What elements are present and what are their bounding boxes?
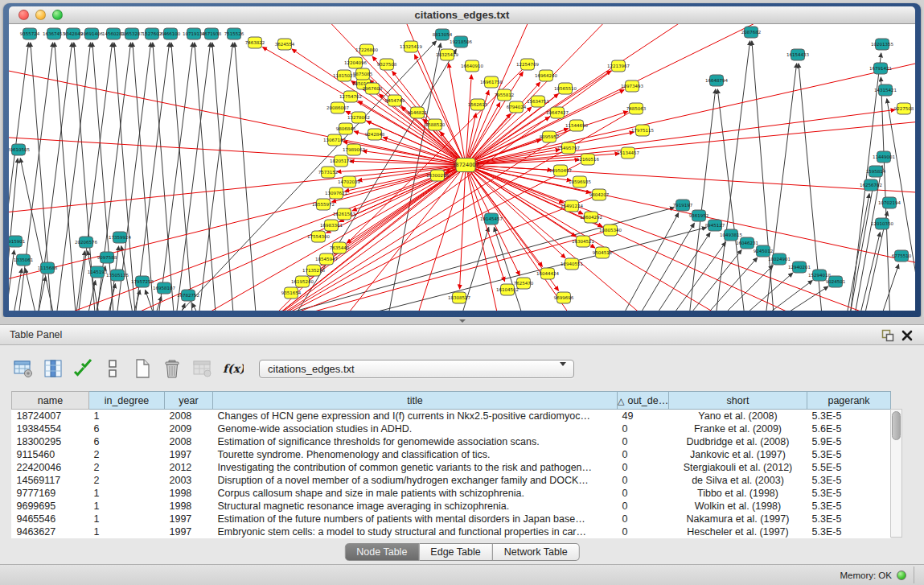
graph-node-label: 4671938 [202,31,222,36]
table-mode-icon[interactable] [11,356,35,381]
graph-node-label: 3624554 [275,42,295,47]
graph-node-label: 2087682 [741,30,762,35]
dropdown-stepper-icon [553,364,566,378]
graph-node-label: 16964240 [535,73,557,78]
graph-node-label: 7919197 [673,203,693,208]
graph-node-label: 10493815 [720,233,742,237]
graph-edge [192,303,203,311]
graph-edge [25,269,38,311]
table-select-dropdown[interactable]: citations_edges.txt [259,360,574,378]
graph-node-label: 1145193 [88,270,108,274]
table-select-value: citations_edges.txt [268,363,355,375]
graph-node-label: 19145457 [480,216,503,221]
graph-node-label: 18024901 [768,257,791,262]
graph-node-label: 18308527 [448,295,470,300]
column-header-short[interactable]: short [669,392,807,410]
graph-edge [131,290,140,311]
graph-node-label: 16046231 [736,241,758,245]
graph-node-label: 9699696 [554,295,574,300]
function-icon[interactable]: f(x) [220,356,244,381]
graph-node-label: 12204096 [344,60,367,65]
graph-node-label: 17957253 [131,279,154,284]
graph-node-label: 14702039 [338,179,360,184]
graph-node-label: 13067187 [323,138,346,142]
table-row[interactable]: 946554611997Estimation of the future num… [12,513,891,525]
graph-node-label: 17226800 [355,47,378,52]
graph-edge [55,43,91,311]
graph-node-label: 17975115 [631,128,654,133]
graph-node-label: 15634751 [527,99,549,104]
delete-icon[interactable] [160,356,184,381]
table-row[interactable]: 977716911998Corpus callosum shape and si… [12,487,891,500]
graph-node-label: 16367453 [43,31,65,36]
table-row[interactable]: 1830029562008Estimation of significance … [12,435,891,448]
graph-node-label: 17554300 [307,234,330,239]
graph-node-label: 10201355 [871,42,893,47]
graph-node-label: 9355724 [20,31,40,36]
graph-node-label: 20610505 [9,147,30,152]
close-icon [900,328,914,343]
graph-node-label: 18545947 [315,257,338,262]
graph-node-label: 16640910 [461,64,483,68]
table-row[interactable]: 969969511998Structural magnetic resonanc… [12,500,891,513]
graph-edge [146,290,157,311]
graph-node-label: 14315421 [874,88,897,93]
scrollbar-thumb[interactable] [892,411,901,440]
table-tabs: Node Table Edge Table Network Table [344,543,579,561]
table-row[interactable]: 911546021997Tourette syndrome. Phenomeno… [12,448,891,461]
column-header-out-de[interactable]: △out_de… [618,392,669,410]
vertical-scrollbar[interactable] [890,409,902,538]
network-view-window: citations_edges.txt 18724007172268001220… [3,3,921,317]
graph-node-label: 16958107 [153,286,175,290]
network-canvas-svg[interactable]: 1872400717226800122040961181502118501271… [9,24,915,311]
graph-node-label: 10702194 [878,200,901,205]
close-panel-button[interactable] [900,328,914,343]
float-panel-button[interactable] [881,328,895,343]
table-row[interactable]: 1872400712008Changes of HCN gene express… [12,410,891,422]
show-column-icon[interactable] [41,356,65,381]
graph-edge [858,233,880,311]
table-panel: Table Panel [0,324,924,564]
deselect-icon[interactable] [101,356,125,381]
table-row[interactable]: 2242004622012Investigating the contribut… [12,461,891,474]
table-row[interactable]: 1456911722003Disruption of a novel membe… [12,474,891,487]
window-titlebar[interactable]: citations_edges.txt [9,6,915,24]
select-all-icon[interactable] [71,356,95,381]
graph-node-label: 12254709 [516,62,539,67]
graph-node-label: 18724007 [452,162,478,168]
graph-node-label: 8813054 [433,32,453,37]
graph-node-label: 9327508 [377,62,397,67]
table-header-row: namein_degreeyeartitle△out_de…shortpager… [12,392,891,410]
column-header-pagerank[interactable]: pagerank [807,392,891,410]
sort-ascending-icon: △ [618,396,624,406]
graph-node-label: 16791421 [869,66,892,71]
delete-table-icon [190,356,214,381]
tab-edge-table[interactable]: Edge Table [419,543,492,561]
graph-node-label: 7635440 [330,245,350,250]
graph-node-label: 18555972 [312,202,335,207]
tab-node-table[interactable]: Node Table [344,543,419,561]
column-header-in-degree[interactable]: in_degree [89,392,165,410]
network-canvas[interactable]: 1872400717226800122040961181502118501271… [9,24,915,311]
column-header-name[interactable]: name [12,392,89,410]
graph-node-label: 13097621 [325,191,347,196]
split-divider[interactable] [0,317,924,324]
status-bar-separator [914,566,914,583]
graph-node-label: 15495797 [557,146,580,150]
graph-node-label: 8945127 [705,223,725,228]
graph-edge [755,281,812,311]
float-window-icon [881,328,895,343]
graph-node-label: 16104502 [496,287,519,292]
graph-node-label: 16256702 [860,183,882,187]
graph-node-label: 9504512 [593,250,613,255]
graph-node-label: 18325419 [436,52,458,57]
memory-ok-indicator-icon [897,571,906,580]
graph-edge [717,89,745,311]
column-header-year[interactable]: year [165,392,213,410]
new-document-icon[interactable] [130,356,154,381]
table-row[interactable]: 946362711997Embryonic stem cells: a mode… [12,525,891,538]
tab-network-table[interactable]: Network Table [493,543,580,561]
table-panel-body: f(x) citations_edges.txt namein_degreeye… [0,345,924,564]
column-header-title[interactable]: title [213,392,618,410]
table-row[interactable]: 1938455462009Genome-wide association stu… [12,422,891,435]
